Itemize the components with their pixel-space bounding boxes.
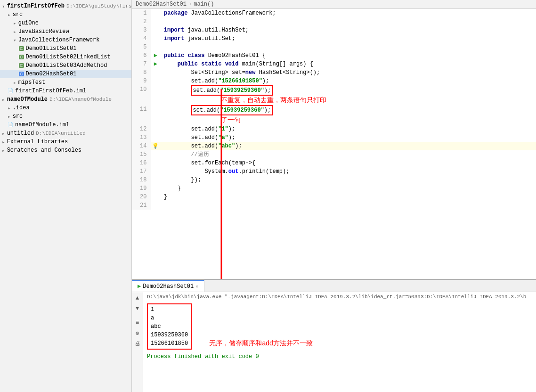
- console-annotation: 无序，储存顺序和add方法并不一致: [209, 339, 312, 347]
- line-number: 19: [132, 184, 151, 193]
- line-number: 12: [132, 125, 151, 133]
- line-number: 4: [132, 34, 151, 43]
- line-gutter: [151, 34, 160, 43]
- sidebar-item-src2[interactable]: ▸ src: [0, 112, 131, 121]
- line-gutter: [151, 26, 160, 34]
- sidebar-item-src[interactable]: ▸ src: [0, 10, 131, 19]
- tab-label: Demo02HashSet01: [143, 283, 194, 290]
- sidebar-module-nameofmodule[interactable]: ▸ nameOfModule D:\IDEA\nameOfModule: [0, 95, 131, 104]
- bottom-toolbar: ▲ ▼ ≡ ⚙ 🖨: [132, 292, 143, 392]
- line-number: 2: [132, 17, 151, 26]
- table-row: 13 set.add("a");: [132, 133, 536, 142]
- table-row: 1 package JavaCollectionsFramework;: [132, 9, 536, 17]
- main-area: ▾ firstInFirstOfFeb D:\IDEA\guiStudy\fir…: [0, 0, 536, 392]
- bottom-content: ▲ ▼ ≡ ⚙ 🖨 D:\java\jdk\bin\java.exe "-jav…: [132, 292, 536, 392]
- sidebar-item-guione[interactable]: ▸ guiOne: [0, 19, 131, 27]
- folder-icon: ▸: [8, 114, 11, 120]
- untitled-path: D:\IDEA\untitled: [36, 131, 86, 136]
- line-code: public class Demo02HashSet01 {: [160, 51, 536, 60]
- line-gutter: [151, 125, 160, 133]
- line-code: import java.util.HashSet;: [160, 26, 536, 34]
- table-row: 19 }: [132, 184, 536, 193]
- scroll-up-button[interactable]: ▲: [133, 294, 142, 302]
- line-gutter: ▶: [151, 51, 160, 60]
- scroll-down-button[interactable]: ▼: [133, 304, 142, 313]
- line-gutter: [151, 9, 160, 17]
- sidebar-project-root[interactable]: ▾ firstInFirstOfFeb D:\IDEA\guiStudy\fir…: [0, 2, 131, 10]
- iml-icon: 📄: [8, 88, 13, 94]
- folder-icon: ▸: [8, 105, 11, 111]
- sidebar: ▾ firstInFirstOfFeb D:\IDEA\guiStudy\fir…: [0, 0, 132, 392]
- line-code: import java.util.Set;: [160, 34, 536, 43]
- line-code: }: [160, 184, 536, 193]
- sidebar-label: External Libraries: [7, 139, 68, 145]
- line-gutter: [151, 184, 160, 193]
- line-number: 14: [132, 142, 151, 150]
- line-number: 7: [132, 60, 151, 68]
- class-icon: C: [19, 72, 24, 76]
- line-number: 18: [132, 176, 151, 184]
- line-number: 5: [132, 43, 151, 51]
- sidebar-item-external-libraries[interactable]: ▸ External Libraries: [0, 138, 131, 146]
- sidebar-label: JavaBasicReview: [18, 28, 69, 35]
- line-code: set.add("abc");: [160, 142, 536, 150]
- menu-icon[interactable]: ≡: [133, 318, 142, 327]
- table-row: 20 }: [132, 193, 536, 201]
- sidebar-item-javacollectionsframework[interactable]: ▾ JavaCollectionsFramework: [0, 36, 131, 44]
- sidebar-label: .idea: [13, 105, 30, 111]
- lightbulb-icon[interactable]: 💡: [152, 143, 159, 149]
- folder-icon: ▸: [13, 29, 16, 35]
- sidebar-item-mipstest[interactable]: ▸ mipsTest: [0, 78, 131, 87]
- sidebar-label: Demo01ListSet02LinkedList: [26, 54, 111, 60]
- tab-demo02hashset01[interactable]: ▶ Demo02HashSet01 ✕: [132, 280, 204, 292]
- line-code: [160, 201, 536, 210]
- run-icon[interactable]: ▶: [154, 61, 157, 67]
- sidebar-item-scratches[interactable]: ▸ Scratches and Consoles: [0, 146, 131, 155]
- sidebar-item-nameofmodule-iml[interactable]: 📄 nameOfModule.iml: [0, 121, 131, 129]
- console-output-boxed: 1 a abc 15939259360 15266101850: [147, 303, 192, 350]
- line-gutter: [151, 17, 160, 26]
- folder-open-icon: ▾: [13, 37, 16, 43]
- sidebar-item-untitled[interactable]: ▸ untitled D:\IDEA\untitled: [0, 129, 131, 138]
- line-number: 17: [132, 167, 151, 176]
- line-gutter: [151, 105, 160, 125]
- folder-icon: ▸: [2, 139, 5, 145]
- line-code: set.forEach(temp->{: [160, 159, 536, 167]
- bottom-panel: ▶ Demo02HashSet01 ✕ ▲ ▼ ≡ ⚙ 🖨 D:\java\jd…: [132, 279, 536, 392]
- print-icon[interactable]: 🖨: [133, 339, 142, 348]
- table-row: 21: [132, 201, 536, 210]
- console-output-line: 15939259360: [151, 331, 188, 339]
- console-area[interactable]: D:\java\jdk\bin\java.exe "-javaagent:D:\…: [143, 292, 536, 392]
- sidebar-item-demo01listset02linkedlist[interactable]: C Demo01ListSet02LinkedList: [0, 53, 131, 61]
- console-output-line: abc: [151, 322, 188, 331]
- project-path: D:\IDEA\guiStudy\firstInFirs: [66, 3, 132, 9]
- table-row: 15 //遍历: [132, 150, 536, 159]
- sidebar-item-demo01listset03addmethod[interactable]: C Demo01ListSet03AddMethod: [0, 61, 131, 70]
- folder-icon: ▸: [8, 12, 11, 18]
- table-row: 7 ▶ public static void main(String[] arg…: [132, 60, 536, 68]
- line-number: 16: [132, 159, 151, 167]
- project-name: firstInFirstOfFeb: [7, 3, 65, 9]
- line-number: 3: [132, 26, 151, 34]
- line-code: Set<String> set=new HashSet<String>();: [160, 68, 536, 77]
- sidebar-item-iml[interactable]: 📄 firstInFirstOfFeb.iml: [0, 87, 131, 95]
- run-icon[interactable]: ▶: [154, 52, 157, 59]
- table-row: 14 💡 set.add("abc");: [132, 142, 536, 150]
- settings-icon[interactable]: ⚙: [133, 329, 142, 337]
- sidebar-item-demo01listset01[interactable]: C Demo01ListSet01: [0, 44, 131, 53]
- table-row: 10 set.add("15939259360"); 不重复，自动去重，两条语句…: [132, 85, 536, 105]
- sidebar-item-demo02hashset01[interactable]: C Demo02HashSet01: [0, 70, 131, 78]
- table-row: 18 });: [132, 176, 536, 184]
- line-number: 9: [132, 77, 151, 85]
- sidebar-item-javabasicreview[interactable]: ▸ JavaBasicReview: [0, 27, 131, 36]
- sidebar-item-idea[interactable]: ▸ .idea: [0, 104, 131, 112]
- breadcrumb-sep: ›: [188, 1, 192, 8]
- line-code: });: [160, 176, 536, 184]
- table-row: 5: [132, 43, 536, 51]
- console-output-line: 15266101850: [151, 339, 188, 348]
- close-button[interactable]: ✕: [195, 284, 198, 289]
- code-editor[interactable]: 1 package JavaCollectionsFramework; 2 3: [132, 9, 536, 279]
- sidebar-label: nameOfModule.iml: [15, 122, 69, 128]
- line-code: System.out.println(temp);: [160, 167, 536, 176]
- line-gutter: [151, 193, 160, 201]
